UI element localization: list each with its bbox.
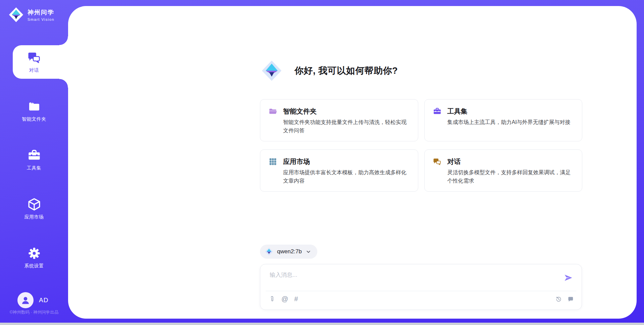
comment-icon (567, 296, 574, 302)
card-description: 智能文件夹功能支持批量文件上传与清洗，轻松实现文件问答 (283, 118, 409, 135)
sidebar-item-label: 工具集 (27, 165, 42, 171)
history-button[interactable] (555, 296, 562, 302)
briefcase-icon (433, 107, 441, 116)
card-title: 智能文件夹 (283, 107, 317, 116)
briefcase-icon (28, 149, 41, 162)
feature-card-folders[interactable]: 智能文件夹 智能文件夹功能支持批量文件上传与清洗，轻松实现文件问答 (260, 99, 418, 141)
comments-button[interactable] (567, 296, 574, 302)
sidebar-item-tools[interactable]: 工具集 (0, 143, 68, 177)
sidebar-item-market[interactable]: 应用市场 (0, 192, 68, 225)
at-icon: @ (281, 295, 288, 303)
user-profile[interactable]: AD (17, 292, 48, 308)
sidebar-item-settings[interactable]: 系统设置 (0, 241, 68, 274)
model-name: qwen2:7b (277, 248, 302, 255)
brand: 神州问学 Smart Vision (8, 7, 54, 23)
card-description: 集成市场上主流工具，助力AI与外界无缝扩展与对接 (447, 118, 574, 126)
brand-subtitle: Smart Vision (28, 17, 54, 21)
card-title: 应用市场 (283, 157, 310, 166)
chevron-down-icon[interactable] (306, 249, 311, 255)
card-title: 工具集 (447, 107, 468, 116)
hash-icon: # (294, 295, 298, 303)
send-button[interactable] (564, 273, 573, 282)
grid-icon (269, 157, 277, 166)
greeting-title: 你好, 我可以如何帮助你? (294, 65, 398, 77)
chat-icon (433, 157, 441, 166)
history-icon (555, 296, 562, 302)
user-initials: AD (39, 297, 48, 304)
card-title: 对话 (447, 157, 461, 166)
main-content: 你好, 我可以如何帮助你? 智能文件夹 智能文件夹功能支持批量文件上传与清洗，轻… (68, 6, 637, 319)
feature-cards: 智能文件夹 智能文件夹功能支持批量文件上传与清洗，轻松实现文件问答 工具集 集成… (260, 99, 582, 192)
window-bottom-edge (0, 323, 644, 325)
gear-icon (28, 247, 41, 260)
sidebar-item-label: 应用市场 (24, 214, 44, 220)
chat-icon (28, 51, 41, 64)
sidebar: 神州问学 Smart Vision 对话 智能文件夹 工具集 (0, 0, 68, 323)
card-description: 灵活切换多模型文件，支持多样回复效果调试，满足个性化需求 (447, 168, 574, 185)
feature-card-tools[interactable]: 工具集 集成市场上主流工具，助力AI与外界无缝扩展与对接 (424, 99, 583, 141)
model-selector[interactable]: qwen2:7b (260, 245, 317, 259)
composer-divider (266, 291, 576, 291)
paperclip-icon (269, 296, 275, 302)
person-icon (20, 295, 31, 305)
copyright-text: ©神州数码 · 神州问学出品 (0, 310, 68, 315)
sidebar-item-label: 智能文件夹 (22, 116, 46, 122)
sidebar-item-label: 系统设置 (24, 263, 44, 269)
cube-icon (28, 198, 41, 211)
card-description: 应用市场提供丰富长文本模板，助力高效生成多样化文章内容 (283, 168, 409, 185)
model-logo-icon (265, 247, 273, 256)
sidebar-item-chat[interactable]: 对话 (0, 45, 68, 79)
avatar[interactable] (17, 292, 34, 308)
sidebar-item-label: 对话 (29, 67, 39, 73)
sidebar-item-folders[interactable]: 智能文件夹 (0, 94, 68, 128)
brand-logo-icon (8, 7, 24, 23)
app-logo-icon (261, 60, 282, 82)
send-icon (564, 273, 573, 282)
feature-card-chat[interactable]: 对话 灵活切换多模型文件，支持多样回复效果调试，满足个性化需求 (424, 149, 583, 192)
feature-card-market[interactable]: 应用市场 应用市场提供丰富长文本模板，助力高效生成多样化文章内容 (260, 149, 418, 192)
mention-button[interactable]: @ (281, 295, 288, 303)
folder-icon (28, 100, 41, 113)
attach-button[interactable] (269, 296, 275, 302)
message-composer: @ # (260, 264, 582, 310)
folder-open-icon (269, 107, 277, 116)
message-input[interactable] (270, 271, 558, 288)
topic-button[interactable]: # (294, 295, 298, 303)
welcome-header: 你好, 我可以如何帮助你? (261, 60, 398, 82)
brand-name: 神州问学 (28, 8, 54, 16)
